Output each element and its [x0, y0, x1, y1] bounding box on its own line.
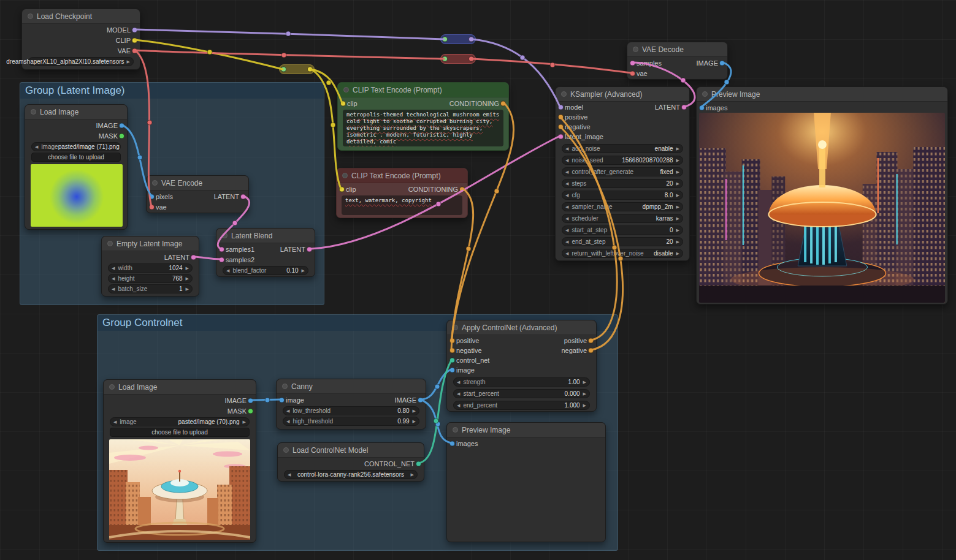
prompt-textarea[interactable]: metropolis-themed technological mushroom…: [343, 110, 503, 146]
output-slot-image[interactable]: [119, 123, 124, 128]
output-slot-latent[interactable]: [307, 246, 312, 252]
output-slot-mask[interactable]: [248, 408, 253, 414]
increment-icon[interactable]: ▶: [676, 181, 679, 186]
widget-end-percent[interactable]: ◀end_percent1.000▶: [453, 401, 590, 410]
increment-icon[interactable]: ▶: [186, 266, 189, 270]
input-slot-model[interactable]: [558, 105, 564, 110]
collapse-dot-icon[interactable]: [109, 384, 115, 390]
input-slot-images[interactable]: [699, 105, 705, 110]
decrement-icon[interactable]: ◀: [565, 181, 568, 186]
reroute-vae[interactable]: [440, 54, 476, 64]
widget-high-threshold[interactable]: ◀high_threshold0.99▶: [283, 417, 419, 426]
reroute-model[interactable]: [440, 34, 476, 44]
input-slot-positive[interactable]: [449, 338, 455, 344]
widget-control-after-generate[interactable]: ◀control_after_generatefixed▶: [562, 167, 683, 176]
input-slot-samples[interactable]: [630, 60, 635, 66]
reroute-output-slot[interactable]: [468, 56, 474, 62]
increment-icon[interactable]: ▶: [413, 419, 416, 423]
collapse-dot-icon[interactable]: [31, 109, 36, 115]
output-slot-latent[interactable]: [191, 254, 196, 260]
collapse-dot-icon[interactable]: [453, 427, 458, 433]
decrement-icon[interactable]: ◀: [565, 146, 568, 151]
increment-icon[interactable]: ▶: [676, 158, 679, 162]
increment-icon[interactable]: ▶: [676, 251, 679, 255]
input-slot-vae[interactable]: [149, 204, 155, 210]
increment-icon[interactable]: ▶: [676, 205, 679, 209]
node-header[interactable]: Preview Image: [447, 423, 605, 437]
widget-return-with-leftover-noise[interactable]: ◀return_with_leftover_noisedisable▶: [562, 249, 683, 258]
combo-next-icon[interactable]: ▶: [127, 59, 130, 64]
output-slot-latent[interactable]: [681, 105, 687, 110]
widget-height[interactable]: ◀height768▶: [108, 274, 193, 283]
collapse-dot-icon[interactable]: [222, 233, 228, 238]
node-clip-text-encode-negative[interactable]: CLIP Text Encode (Prompt) clipCONDITIONI…: [336, 168, 468, 218]
combo-prev-icon[interactable]: ◀: [35, 145, 38, 149]
group-header[interactable]: Group (Latent Image): [20, 83, 324, 99]
increment-icon[interactable]: ▶: [583, 380, 586, 384]
input-slot-pixels[interactable]: [149, 194, 155, 199]
node-preview-image-bottom[interactable]: Preview Image images: [446, 422, 606, 542]
node-empty-latent-image[interactable]: Empty Latent Image LATENT ◀width1024▶ ◀h…: [101, 236, 199, 297]
input-slot-images[interactable]: [449, 441, 455, 446]
widget-sampler-name[interactable]: ◀sampler_namedpmpp_2m▶: [562, 202, 683, 211]
widget-cfg[interactable]: ◀cfg8.0▶: [562, 191, 683, 200]
widget-scheduler[interactable]: ◀schedulerkarras▶: [562, 214, 683, 223]
widget-start-at-step[interactable]: ◀start_at_step0▶: [562, 225, 683, 235]
node-header[interactable]: CLIP Text Encode (Prompt): [338, 83, 508, 97]
collapse-dot-icon[interactable]: [28, 13, 33, 19]
input-slot-negative[interactable]: [449, 348, 455, 354]
prompt-textarea[interactable]: text, watermark, copyright: [342, 195, 462, 215]
output-slot-model[interactable]: [132, 27, 137, 32]
decrement-icon[interactable]: ◀: [457, 392, 460, 396]
collapse-dot-icon[interactable]: [702, 91, 708, 97]
decrement-icon[interactable]: ◀: [286, 419, 289, 423]
collapse-dot-icon[interactable]: [342, 173, 348, 178]
combo-next-icon[interactable]: ▶: [411, 472, 414, 477]
output-slot-mask[interactable]: [119, 133, 124, 138]
output-slot-image[interactable]: [418, 397, 423, 403]
node-vae-decode[interactable]: VAE Decode samplesIMAGE vae: [627, 42, 728, 80]
collapse-dot-icon[interactable]: [282, 384, 288, 389]
node-vae-encode[interactable]: VAE Encode pixelsLATENT vae: [146, 175, 249, 213]
input-slot-control-net[interactable]: [449, 358, 455, 363]
widget-batch-size[interactable]: ◀batch_size1▶: [108, 284, 193, 293]
collapse-dot-icon[interactable]: [343, 87, 349, 93]
comfyui-canvas[interactable]: Group (Latent Image) Group Controlnet Lo…: [0, 0, 956, 560]
node-preview-image-top[interactable]: Preview Image images: [696, 86, 948, 305]
node-header[interactable]: Load Image: [25, 105, 127, 119]
widget-blend-factor[interactable]: ◀blend_factor0.10▶: [223, 266, 308, 275]
increment-icon[interactable]: ▶: [676, 216, 679, 221]
increment-icon[interactable]: ▶: [676, 146, 679, 151]
node-header[interactable]: Preview Image: [697, 87, 947, 102]
widget-low-threshold[interactable]: ◀low_threshold0.80▶: [283, 406, 419, 415]
increment-icon[interactable]: ▶: [583, 403, 586, 407]
input-slot-samples2[interactable]: [219, 257, 224, 262]
output-slot-image[interactable]: [248, 398, 253, 403]
node-load-checkpoint[interactable]: Load Checkpoint MODEL CLIP VAE dreamshap…: [21, 9, 140, 70]
increment-icon[interactable]: ▶: [413, 409, 416, 413]
node-load-controlnet-model[interactable]: Load ControlNet Model CONTROL_NET ◀ cont…: [277, 442, 424, 482]
input-slot-negative[interactable]: [558, 124, 564, 130]
input-slot-image[interactable]: [279, 397, 285, 403]
node-header[interactable]: Latent Blend: [216, 229, 315, 243]
combo-prev-icon[interactable]: ◀: [113, 420, 117, 424]
decrement-icon[interactable]: ◀: [565, 193, 568, 197]
collapse-dot-icon[interactable]: [453, 325, 458, 330]
input-slot-latent-image[interactable]: [558, 134, 564, 140]
reroute-output-slot[interactable]: [468, 37, 474, 42]
widget-ckpt-name[interactable]: dreamshaperXL10_alpha2Xl10.safetensors ▶: [28, 57, 134, 66]
decrement-icon[interactable]: ◀: [565, 240, 568, 244]
collapse-dot-icon[interactable]: [107, 241, 113, 246]
decrement-icon[interactable]: ◀: [457, 403, 460, 407]
collapse-dot-icon[interactable]: [283, 447, 289, 453]
increment-icon[interactable]: ▶: [302, 268, 305, 273]
increment-icon[interactable]: ▶: [676, 193, 679, 197]
node-ksampler-advanced[interactable]: KSampler (Advanced) modelLATENT positive…: [555, 86, 690, 261]
decrement-icon[interactable]: ◀: [565, 216, 568, 221]
node-header[interactable]: Canny: [277, 379, 426, 394]
collapse-dot-icon[interactable]: [152, 180, 158, 186]
upload-button[interactable]: choose file to upload: [31, 153, 121, 162]
widget-control-net-name[interactable]: ◀ control-lora-canny-rank256.safetensors…: [284, 470, 418, 479]
node-header[interactable]: Empty Latent Image: [102, 236, 199, 251]
decrement-icon[interactable]: ◀: [565, 170, 568, 174]
